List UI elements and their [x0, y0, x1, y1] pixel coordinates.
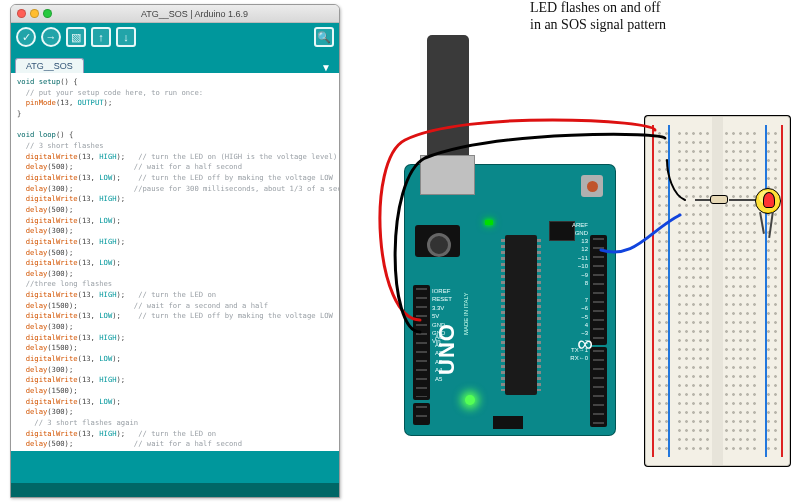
led-icon — [755, 188, 781, 214]
aref-labels: AREF GND — [572, 221, 588, 238]
power-led-icon — [465, 395, 475, 405]
analog-header-top — [413, 403, 430, 425]
led-legs — [758, 212, 774, 238]
holes-main-right — [723, 129, 759, 453]
icsp2-header — [493, 416, 523, 429]
digital-header-bottom — [590, 347, 607, 427]
breadboard — [645, 116, 790, 466]
holes-rail-right — [765, 129, 779, 453]
tab-bar: ATG__SOS ▼ — [11, 51, 339, 73]
verify-button[interactable]: ✓ — [16, 27, 36, 47]
analog-pin-labels: A0 A1 A2 A3 A4 A5 — [435, 333, 442, 383]
tab-menu-icon[interactable]: ▼ — [317, 62, 335, 73]
open-button[interactable]: ↑ — [91, 27, 111, 47]
window-close-icon[interactable] — [17, 9, 26, 18]
code-editor[interactable]: void setup() { // put your setup code he… — [11, 73, 339, 451]
diagram-caption: LED flashes on and off in an SOS signal … — [530, 0, 666, 34]
arduino-uno-board: UNO ∞ MADE IN ITALY IOREF RESET 3.3V 5V … — [405, 165, 615, 435]
wiring-diagram: LED flashes on and off in an SOS signal … — [345, 0, 800, 502]
barrel-jack — [415, 225, 460, 257]
digital-pin-labels: 13 12 ~11 ~10 ~9 8 7 ~6 ~5 4 ~3 2 TX→1 R… — [570, 237, 588, 363]
usb-port — [420, 155, 475, 195]
caption-line1: LED flashes on and off — [530, 0, 660, 15]
rail-plus-right — [781, 125, 783, 457]
sketch-tab[interactable]: ATG__SOS — [15, 58, 84, 73]
atmega-chip — [505, 235, 537, 395]
usb-cable — [427, 35, 469, 163]
reset-button — [581, 175, 603, 197]
window-zoom-icon[interactable] — [43, 9, 52, 18]
new-button[interactable]: ▧ — [66, 27, 86, 47]
holes-rail-left — [656, 129, 670, 453]
window-minimize-icon[interactable] — [30, 9, 39, 18]
window-titlebar[interactable]: ATG__SOS | Arduino 1.6.9 — [11, 5, 339, 23]
resistor — [695, 197, 745, 203]
breadboard-gap — [712, 117, 723, 465]
console-area — [11, 451, 339, 483]
serial-monitor-button[interactable]: 🔍 — [314, 27, 334, 47]
upload-button[interactable]: → — [41, 27, 61, 47]
status-bar — [11, 483, 339, 497]
power-header — [413, 285, 430, 400]
ide-toolbar: ✓ → ▧ ↑ ↓ 🔍 — [11, 23, 339, 51]
holes-main-left — [676, 129, 712, 453]
made-in-label: MADE IN ITALY — [463, 293, 469, 335]
digital-header-top — [590, 235, 607, 345]
tx-led-icon — [485, 220, 493, 225]
arduino-ide-window: ATG__SOS | Arduino 1.6.9 ✓ → ▧ ↑ ↓ 🔍 ATG… — [10, 4, 340, 498]
save-button[interactable]: ↓ — [116, 27, 136, 47]
rail-plus-left — [652, 125, 654, 457]
window-title: ATG__SOS | Arduino 1.6.9 — [56, 9, 333, 19]
caption-line2: in an SOS signal pattern — [530, 17, 666, 32]
